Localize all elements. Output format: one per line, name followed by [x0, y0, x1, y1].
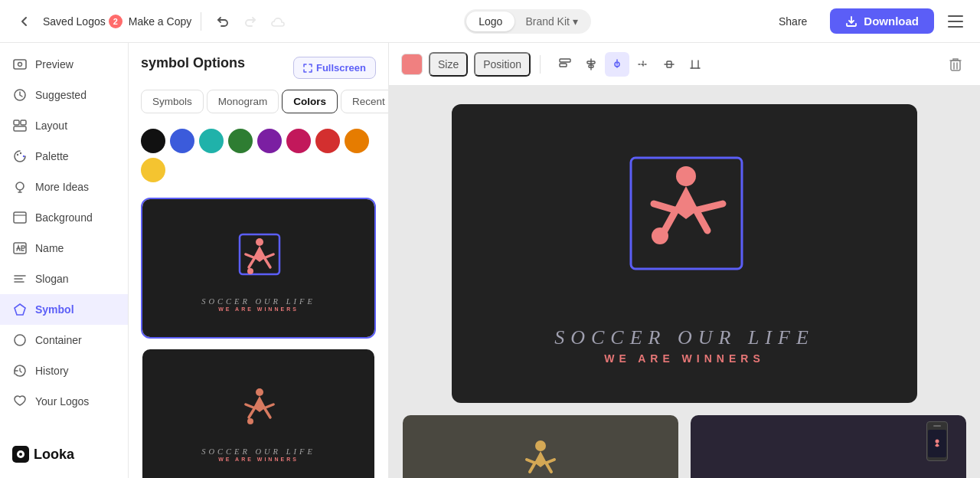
- logo-toggle[interactable]: Logo: [466, 11, 514, 31]
- menu-button[interactable]: [943, 9, 968, 34]
- back-button[interactable]: [12, 9, 37, 34]
- position-button[interactable]: Position: [474, 52, 531, 77]
- svg-rect-13: [14, 212, 26, 223]
- cloud-save-button[interactable]: [266, 9, 290, 34]
- container-icon: [12, 332, 28, 348]
- logo-card-1[interactable]: SOCCER OUR LIFE WE ARE WINNERS: [141, 198, 376, 339]
- sidebar-item-more-ideas[interactable]: More Ideas: [0, 172, 128, 202]
- swatch-purple[interactable]: [257, 129, 282, 153]
- tab-colors[interactable]: Colors: [282, 90, 338, 113]
- svg-point-37: [535, 440, 546, 451]
- logo-brand-toggle: Logo Brand Kit ▾: [464, 9, 591, 34]
- svg-rect-3: [14, 60, 26, 69]
- delete-button[interactable]: [943, 52, 968, 77]
- swatch-yellow[interactable]: [141, 158, 165, 182]
- logo-card-2[interactable]: SOCCER OUR LIFE WE ARE WINNERS: [141, 348, 376, 478]
- saved-logos-badge: 2: [109, 15, 122, 28]
- layout-icon: [12, 118, 28, 133]
- palette-icon: [12, 149, 28, 164]
- sidebar-item-preview[interactable]: Preview: [0, 49, 128, 80]
- background-icon: [12, 210, 28, 225]
- tab-monogram[interactable]: Monogram: [207, 90, 279, 113]
- sidebar-item-palette[interactable]: Palette: [0, 141, 128, 172]
- redo-button[interactable]: [238, 9, 263, 34]
- canvas-area: Size Position: [389, 43, 980, 478]
- card1-logo-title: SOCCER OUR LIFE: [201, 297, 315, 306]
- sidebar-item-layout[interactable]: Layout: [0, 110, 128, 141]
- undo-button[interactable]: [211, 9, 235, 34]
- align-buttons: [553, 52, 707, 77]
- brand-kit-button[interactable]: Brand Kit ▾: [514, 11, 589, 31]
- align-v-center-button[interactable]: [657, 52, 681, 77]
- swatch-teal[interactable]: [199, 129, 224, 153]
- align-bottom-button[interactable]: [683, 52, 707, 77]
- thumbnail-1[interactable]: [403, 415, 678, 478]
- swatch-orange[interactable]: [345, 129, 369, 153]
- color-picker-dot[interactable]: [401, 54, 423, 75]
- size-button[interactable]: Size: [429, 52, 468, 77]
- svg-point-38: [936, 440, 939, 444]
- slogan-icon: [12, 271, 28, 286]
- sidebar-item-background[interactable]: Background: [0, 202, 128, 233]
- history-icon: [12, 363, 28, 378]
- your-logos-icon: [12, 394, 28, 409]
- align-left-button[interactable]: [553, 52, 577, 77]
- align-top-button[interactable]: [631, 52, 655, 77]
- card2-logo-subtitle: WE ARE WINNERS: [218, 457, 299, 462]
- sidebar-item-container[interactable]: Container: [0, 325, 128, 355]
- main-preview-title: SOCCER OUR LIFE: [554, 326, 815, 349]
- svg-rect-2: [948, 26, 963, 28]
- sidebar-item-symbol[interactable]: Symbol: [0, 294, 128, 325]
- panel-tabs: Symbols Monogram Colors Recent: [141, 90, 376, 113]
- align-center-h-button[interactable]: [579, 52, 603, 77]
- svg-point-24: [247, 418, 253, 424]
- svg-point-22: [247, 268, 253, 274]
- topbar-left: Saved Logos 2 Make a Copy: [12, 9, 290, 34]
- sidebar-item-suggested[interactable]: Suggested: [0, 80, 128, 110]
- svg-rect-8: [14, 126, 26, 131]
- name-icon: [12, 241, 28, 256]
- swatch-blue[interactable]: [170, 129, 194, 153]
- svg-point-12: [16, 182, 24, 190]
- sidebar-item-your-logos[interactable]: Your Logos: [0, 386, 128, 417]
- svg-point-9: [17, 154, 18, 156]
- align-right-button[interactable]: [605, 52, 629, 77]
- svg-point-19: [19, 453, 22, 456]
- share-button[interactable]: Share: [765, 9, 821, 34]
- svg-point-35: [676, 166, 696, 186]
- svg-marker-15: [15, 304, 25, 315]
- sidebar-item-name[interactable]: Name: [0, 233, 128, 264]
- suggested-icon: [12, 87, 28, 103]
- toolbar-separator: [540, 55, 541, 74]
- svg-rect-1: [948, 21, 963, 22]
- more-ideas-icon: [12, 179, 28, 195]
- svg-point-4: [18, 63, 22, 67]
- svg-point-11: [23, 156, 24, 157]
- color-swatches: [129, 123, 388, 192]
- tab-symbols[interactable]: Symbols: [141, 90, 204, 113]
- topbar: Saved Logos 2 Make a Copy Logo Brand Kit…: [0, 0, 980, 43]
- topbar-right: Share Download: [765, 8, 968, 34]
- svg-rect-33: [951, 61, 960, 70]
- thumbnail-2[interactable]: [691, 415, 966, 478]
- sidebar-item-history[interactable]: History: [0, 355, 128, 386]
- swatch-green[interactable]: [228, 129, 253, 153]
- download-button[interactable]: Download: [830, 8, 934, 34]
- svg-rect-7: [21, 120, 26, 125]
- swatch-pink[interactable]: [286, 129, 311, 153]
- svg-rect-26: [560, 64, 567, 67]
- preview-icon: [12, 57, 28, 72]
- sidebar-item-slogan[interactable]: Slogan: [0, 264, 128, 294]
- swatch-red[interactable]: [315, 129, 340, 153]
- saved-logos-label: Saved Logos 2: [43, 15, 122, 28]
- preview-thumbnails: [403, 415, 966, 478]
- divider: [201, 12, 201, 31]
- svg-point-23: [256, 388, 263, 396]
- tab-recent[interactable]: Recent: [341, 90, 389, 113]
- make-copy-button[interactable]: Make a Copy: [129, 15, 191, 28]
- main-layout: Preview Suggested Layout Palette More Id…: [0, 43, 980, 478]
- fullscreen-button[interactable]: Fullscreen: [293, 57, 376, 79]
- looka-logo: Looka: [12, 446, 116, 463]
- svg-point-16: [15, 335, 25, 345]
- swatch-black[interactable]: [141, 129, 165, 153]
